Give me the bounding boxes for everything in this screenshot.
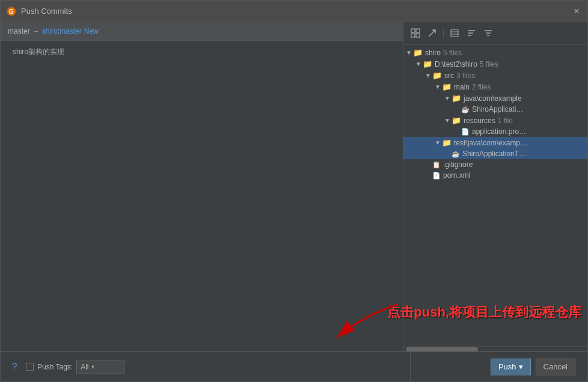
footer-right: Push ▾ Cancel (418, 352, 580, 381)
tree-label: .gitignore (443, 160, 473, 169)
expand-all-button[interactable] (408, 26, 423, 40)
title-bar: G Push Commits × (1, 1, 587, 22)
close-button[interactable]: × (572, 7, 581, 16)
left-panel: master → shiro : master New shiro架构的实现 (1, 22, 403, 351)
svg-rect-6 (451, 29, 458, 37)
push-tags-label: Push Tags: (37, 363, 73, 371)
folder-icon: 📁 (452, 116, 461, 125)
tree-arrow: ▼ (435, 139, 442, 146)
tree-node-shiro-app[interactable]: ☕ ShiroApplicati… (403, 104, 587, 115)
tree-label: pom.xml (443, 171, 470, 180)
help-button[interactable]: ? (8, 360, 21, 374)
footer: ? Push Tags: All ▾ Push ▾ Cancel (1, 351, 587, 381)
folder-icon: 📁 (442, 138, 452, 147)
dialog-icon: G (7, 7, 16, 16)
toolbar-separator (443, 28, 444, 38)
tree-label: application.pro… (472, 127, 526, 136)
push-tags-container: Push Tags: All ▾ (26, 360, 124, 374)
tree-arrow: ▼ (444, 95, 452, 102)
folder-icon: 📁 (413, 48, 423, 57)
remote-branch-link[interactable]: master (60, 27, 82, 35)
commit-item[interactable]: shiro架构的实现 (1, 43, 403, 61)
branch-arrow: → (32, 27, 40, 35)
commits-list: shiro架构的实现 (1, 41, 403, 351)
tree-node-shiro-path[interactable]: ▼ 📁 D:\test2\shiro 5 files (403, 58, 587, 70)
tree-arrow: ▼ (425, 72, 432, 79)
filter-button[interactable] (481, 26, 495, 40)
svg-rect-2 (411, 29, 415, 32)
java-test-file-icon: ☕ (452, 150, 460, 158)
dropdown-arrow-icon: ▾ (91, 363, 94, 370)
sort-button[interactable] (464, 26, 479, 40)
tree-node-application-props[interactable]: 📄 application.pro… (403, 126, 587, 137)
tree-arrow: ▼ (415, 61, 423, 67)
tree-node-shiro-root[interactable]: ▼ 📁 shiro 5 files (403, 47, 587, 58)
tree-node-src[interactable]: ▼ 📁 src 3 files (403, 70, 587, 81)
push-button[interactable]: Push ▾ (491, 359, 531, 375)
tree-node-gitignore[interactable]: 📋 .gitignore (403, 159, 587, 170)
svg-rect-3 (416, 29, 420, 32)
svg-rect-4 (411, 34, 415, 37)
tree-label: java\com\example (464, 94, 522, 103)
group-button[interactable] (447, 26, 462, 40)
dialog-title: Push Commits (21, 7, 572, 16)
tree-label: src (444, 71, 454, 80)
tree-label: test\java\com\examp… (454, 139, 527, 147)
tree-label: resources (464, 117, 495, 125)
footer-left: ? Push Tags: All ▾ (8, 352, 411, 381)
folder-icon: 📁 (432, 71, 442, 80)
tree-label: main (454, 83, 470, 91)
tree-meta: 2 files (472, 83, 491, 91)
push-dropdown-arrow-icon: ▾ (519, 362, 523, 371)
tree-arrow: ▼ (444, 117, 452, 124)
local-branch-label: master (8, 27, 30, 35)
file-tree: ▼ 📁 shiro 5 files ▼ 📁 D:\test2\shiro 5 f… (403, 44, 587, 347)
tree-arrow: ▼ (406, 49, 413, 56)
tree-node-java-com[interactable]: ▼ 📁 java\com\example (403, 92, 587, 104)
svg-rect-5 (416, 34, 420, 37)
tree-label: ShiroApplicati… (472, 105, 523, 114)
folder-icon: 📁 (423, 59, 432, 68)
tree-meta: 1 file (498, 117, 513, 125)
horizontal-scrollbar[interactable] (403, 347, 587, 351)
svg-text:G: G (9, 8, 14, 15)
tree-arrow: ▼ (435, 83, 442, 90)
main-content: master → shiro : master New shiro架构的实现 (1, 22, 587, 351)
tree-meta: 5 files (443, 49, 462, 57)
remote-name-link[interactable]: shiro (42, 27, 58, 35)
tree-meta: 3 files (456, 71, 475, 80)
tree-node-main[interactable]: ▼ 📁 main 2 files (403, 81, 587, 92)
xml-file-icon: 📄 (432, 172, 441, 180)
tree-node-test-java[interactable]: ▼ 📁 test\java\com\examp… (403, 137, 587, 148)
push-tags-checkbox[interactable] (26, 363, 34, 371)
new-badge: New (84, 27, 99, 35)
tags-dropdown-value: All (81, 363, 88, 371)
tree-node-resources[interactable]: ▼ 📁 resources 1 file (403, 115, 587, 126)
push-button-label: Push (498, 362, 516, 371)
branch-header: master → shiro : master New (1, 22, 403, 41)
cancel-button[interactable]: Cancel (536, 359, 575, 375)
tree-node-pom-xml[interactable]: 📄 pom.xml (403, 170, 587, 181)
scrollbar-thumb[interactable] (406, 347, 478, 351)
props-file-icon: 📄 (461, 128, 470, 136)
file-tree-toolbar (403, 22, 587, 44)
right-panel: ▼ 📁 shiro 5 files ▼ 📁 D:\test2\shiro 5 f… (403, 22, 587, 351)
tags-dropdown[interactable]: All ▾ (76, 360, 124, 374)
tree-label: D:\test2\shiro (435, 60, 477, 68)
tree-label: shiro (425, 49, 441, 57)
jump-button[interactable] (425, 26, 439, 40)
tree-meta: 5 files (480, 60, 498, 68)
folder-icon: 📁 (452, 94, 461, 103)
java-file-icon: ☕ (461, 106, 470, 114)
tree-node-shiro-app-test[interactable]: ☕ ShiroApplicationT… (403, 148, 587, 159)
tree-label: ShiroApplicationT… (462, 150, 526, 158)
push-commits-dialog: G Push Commits × master → shiro : master… (0, 0, 588, 382)
folder-icon: 📁 (442, 82, 452, 91)
gitignore-icon: 📋 (432, 161, 441, 169)
